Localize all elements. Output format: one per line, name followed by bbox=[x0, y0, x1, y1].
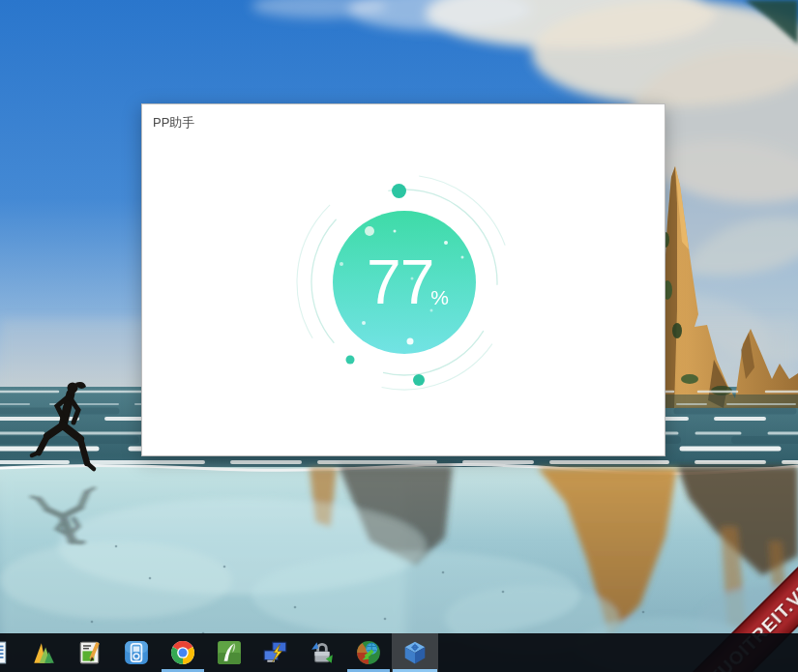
taskbar bbox=[0, 633, 798, 672]
taskbar-button-idm[interactable] bbox=[345, 633, 392, 672]
taskbar-button-chrome[interactable] bbox=[160, 633, 206, 672]
mountain-logo-icon bbox=[31, 640, 56, 665]
orbit-dot-left bbox=[346, 356, 355, 365]
taskbar-button-folder-lock[interactable] bbox=[299, 633, 345, 672]
media-device-icon bbox=[124, 640, 149, 665]
orbit-dot-bottom bbox=[413, 374, 425, 386]
notepad-pencil-icon bbox=[77, 640, 103, 665]
desktop[interactable]: TUOITREIT.VN PP助手 77 bbox=[0, 0, 798, 672]
window-title: PP助手 bbox=[153, 114, 194, 131]
progress-circle: 77 % bbox=[333, 211, 476, 354]
orbit-dot-top bbox=[392, 184, 406, 198]
chrome-icon bbox=[170, 640, 195, 665]
pc-lightning-icon bbox=[263, 640, 288, 665]
idm-download-icon bbox=[356, 640, 381, 665]
taskbar-button-document[interactable] bbox=[0, 633, 20, 672]
progress-value: 77 bbox=[367, 251, 433, 313]
coreldraw-icon bbox=[217, 640, 242, 665]
taskbar-button-notepad[interactable] bbox=[67, 633, 113, 672]
pp-assistant-window[interactable]: PP助手 77 % bbox=[141, 103, 665, 456]
taskbar-button-pp-assistant[interactable] bbox=[392, 633, 438, 672]
document-list-icon bbox=[0, 640, 10, 665]
taskbar-button-media-device[interactable] bbox=[113, 633, 160, 672]
blue-cube-gear-icon bbox=[402, 640, 428, 665]
taskbar-button-remote-pc[interactable] bbox=[252, 633, 299, 672]
lock-arrows-icon bbox=[310, 640, 335, 665]
taskbar-button-dynamics[interactable] bbox=[20, 633, 67, 672]
taskbar-button-coreldraw[interactable] bbox=[206, 633, 252, 672]
